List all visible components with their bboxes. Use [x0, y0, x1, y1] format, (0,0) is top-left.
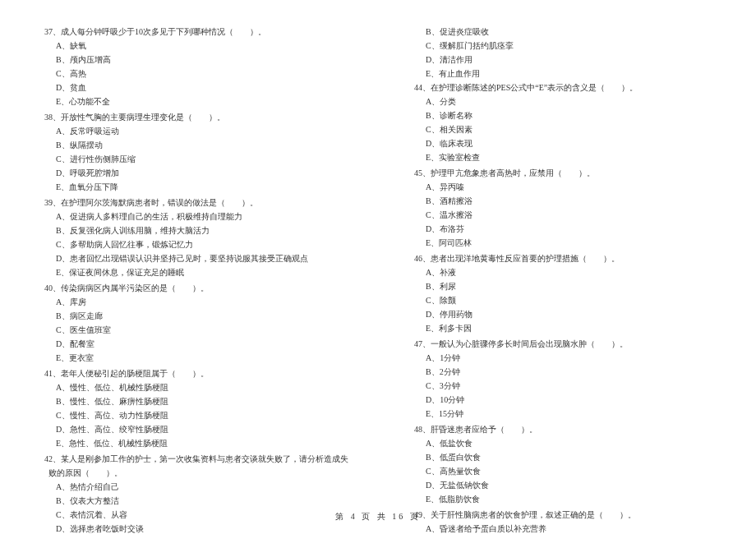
option: B、促进炎症吸收	[403, 25, 723, 39]
option: E、心功能不全	[33, 94, 353, 108]
question-stem: 45、护理甲亢危象患者高热时，应禁用（ ）。	[414, 166, 723, 180]
option: E、15分钟	[403, 407, 723, 421]
option: D、贫血	[33, 81, 353, 94]
question-block: 47、一般认为心脏骤停多长时间后会出现脑水肿（ ）。A、1分钟B、2分钟C、3分…	[403, 337, 723, 421]
option: A、慢性、低位、机械性肠梗阻	[33, 380, 353, 394]
option: C、高热量饮食	[403, 464, 723, 478]
option: B、利尿	[403, 279, 723, 293]
option: A、库房	[33, 295, 353, 309]
option: E、急性、低位、机械性肠梗阻	[33, 436, 353, 450]
question-stem: 42、某人是刚参加工作的护士，第一次收集资料与患者交谈就失败了，请分析造成失败的…	[44, 452, 353, 480]
option: E、血氧分压下降	[33, 180, 353, 194]
option: E、更衣室	[33, 351, 353, 365]
question-stem: 40、传染病病区内属半污染区的是（ ）。	[44, 281, 353, 295]
option: E、有止血作用	[403, 67, 723, 81]
option: D、患者回忆出现错误认识并坚持己见时，要坚持说服其接受正确观点	[33, 251, 353, 265]
option: A、1分钟	[403, 351, 723, 365]
option: A、补液	[403, 265, 723, 279]
option: A、低盐饮食	[403, 436, 723, 450]
option: E、保证夜间休息，保证充足的睡眠	[33, 265, 353, 279]
question-block: 45、护理甲亢危象患者高热时，应禁用（ ）。A、异丙嗪B、酒精擦浴C、温水擦浴D…	[403, 166, 723, 250]
option: D、临床表现	[403, 136, 723, 150]
option: E、阿司匹林	[403, 236, 723, 250]
page-columns: 37、成人每分钟呼吸少于10次多见于下列哪种情况（ ）。A、缺氧B、颅内压增高C…	[33, 25, 723, 534]
option: C、慢性、高位、动力性肠梗阻	[33, 408, 353, 422]
question-stem: 44、在护理诊断陈述的PES公式中“E”表示的含义是（ ）。	[414, 81, 723, 94]
question-stem: 47、一般认为心脏骤停多长时间后会出现脑水肿（ ）。	[414, 337, 723, 351]
option: B、慢性、低位、麻痹性肠梗阻	[33, 394, 353, 408]
question-stem: 46、患者出现洋地黄毒性反应首要的护理措施（ ）。	[414, 251, 723, 265]
right-column: B、促进炎症吸收C、缓解肛门括约肌痉挛D、清洁作用E、有止血作用44、在护理诊断…	[403, 25, 723, 534]
option: D、10分钟	[403, 393, 723, 407]
option: B、诊断名称	[403, 108, 723, 122]
option: D、配餐室	[33, 337, 353, 351]
question-stem: 38、开放性气胸的主要病理生理变化是（ ）。	[44, 110, 353, 124]
option: A、促进病人多料理自己的生活，积极维持自理能力	[33, 209, 353, 223]
option: E、低脂肪饮食	[403, 492, 723, 506]
option: D、呼吸死腔增加	[33, 166, 353, 180]
page-number: 第 4 页 共 16 页	[0, 511, 756, 522]
option: C、医生值班室	[33, 323, 353, 337]
option: D、选择患者吃饭时交谈	[33, 522, 353, 534]
option: C、高热	[33, 67, 353, 81]
option: B、反复强化病人训练用脑，维持大脑活力	[33, 223, 353, 237]
question-block: 38、开放性气胸的主要病理生理变化是（ ）。A、反常呼吸运动B、纵隔摆动C、进行…	[33, 110, 353, 194]
option: B、颅内压增高	[33, 53, 353, 67]
option: C、3分钟	[403, 379, 723, 393]
option: D、停用药物	[403, 307, 723, 321]
option: A、昏迷者给予蛋白质以补充营养	[403, 522, 723, 534]
option: C、除颤	[403, 293, 723, 307]
option: C、进行性伤侧肺压缩	[33, 152, 353, 166]
option: D、急性、高位、绞窄性肠梗阻	[33, 422, 353, 436]
question-block: 37、成人每分钟呼吸少于10次多见于下列哪种情况（ ）。A、缺氧B、颅内压增高C…	[33, 25, 353, 108]
option: E、利多卡因	[403, 321, 723, 335]
option: D、无盐低钠饮食	[403, 478, 723, 492]
question-block: 44、在护理诊断陈述的PES公式中“E”表示的含义是（ ）。A、分类B、诊断名称…	[403, 81, 723, 164]
question-block: 39、在护理阿尔茨海默病患者时，错误的做法是（ ）。A、促进病人多料理自己的生活…	[33, 196, 353, 279]
option: A、缺氧	[33, 39, 353, 53]
option: A、热情介绍自己	[33, 480, 353, 494]
option: A、反常呼吸运动	[33, 124, 353, 138]
question-stem: 39、在护理阿尔茨海默病患者时，错误的做法是（ ）。	[44, 196, 353, 209]
option: D、清洁作用	[403, 53, 723, 67]
option: C、缓解肛门括约肌痉挛	[403, 39, 723, 53]
option: C、温水擦浴	[403, 208, 723, 222]
left-column: 37、成人每分钟呼吸少于10次多见于下列哪种情况（ ）。A、缺氧B、颅内压增高C…	[33, 25, 353, 534]
option: C、多帮助病人回忆往事，锻炼记忆力	[33, 237, 353, 251]
question-stem: 41、老年人便秘引起的肠梗阻属于（ ）。	[44, 366, 353, 380]
question-block: 46、患者出现洋地黄毒性反应首要的护理措施（ ）。A、补液B、利尿C、除颤D、停…	[403, 251, 723, 335]
question-stem: 48、肝昏迷患者应给予（ ）。	[414, 422, 723, 436]
option: B、酒精擦浴	[403, 194, 723, 208]
option: B、仪表大方整洁	[33, 494, 353, 508]
option: A、分类	[403, 94, 723, 108]
option: A、异丙嗪	[403, 180, 723, 194]
option: E、实验室检查	[403, 150, 723, 164]
option: B、低蛋白饮食	[403, 450, 723, 464]
option: B、2分钟	[403, 365, 723, 379]
question-stem: 37、成人每分钟呼吸少于10次多见于下列哪种情况（ ）。	[44, 25, 353, 39]
question-block: 41、老年人便秘引起的肠梗阻属于（ ）。A、慢性、低位、机械性肠梗阻B、慢性、低…	[33, 366, 353, 450]
option: C、相关因素	[403, 122, 723, 136]
option: B、病区走廊	[33, 309, 353, 323]
question-block: 48、肝昏迷患者应给予（ ）。A、低盐饮食B、低蛋白饮食C、高热量饮食D、无盐低…	[403, 422, 723, 506]
question-block: 40、传染病病区内属半污染区的是（ ）。A、库房B、病区走廊C、医生值班室D、配…	[33, 281, 353, 365]
option: B、纵隔摆动	[33, 138, 353, 152]
option: D、布洛芬	[403, 222, 723, 236]
